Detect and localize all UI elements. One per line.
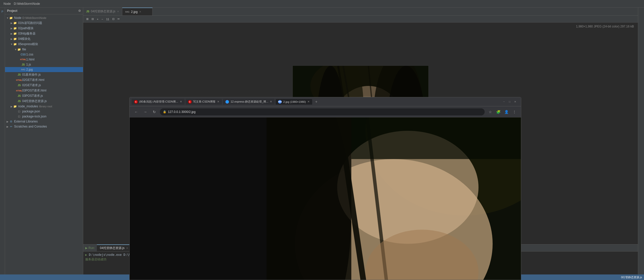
tree-item-02getjs[interactable]: JS 02GET请求.js xyxy=(5,83,83,88)
toolbar-fit-btn[interactable]: ⊡ xyxy=(111,17,115,21)
browser-close-btn[interactable]: ✕ xyxy=(513,100,517,104)
css-icon-1css: CSS xyxy=(21,52,25,56)
sidebar-title: Project xyxy=(7,9,17,13)
label-node-modules: node_modules xyxy=(18,105,38,108)
folder-icon-04modular: 📁 xyxy=(13,37,17,41)
browser-minimize-btn[interactable]: − xyxy=(502,100,506,104)
tab-04static[interactable]: JS 04托管静态资源.js ✕ xyxy=(83,8,122,15)
tree-item-scratches[interactable]: ▶ ✏ Scratches and Consoles xyxy=(5,124,83,129)
run-icon: ▶ xyxy=(85,246,87,250)
tab-label-04static: 04托管静态资源.js xyxy=(91,9,115,14)
browser-new-tab-btn[interactable]: + xyxy=(313,99,319,105)
arrow-external-libs: ▶ xyxy=(6,120,9,123)
arrow-node-root: ▼ xyxy=(6,17,9,19)
project-icon[interactable]: P xyxy=(1,10,5,14)
browser-tab-csdn2[interactable]: C 写文章-CSDN博客 ✕ xyxy=(186,99,222,105)
browser-star-btn[interactable]: ☆ xyxy=(487,108,494,115)
js-tab-icon-04static: JS xyxy=(86,10,89,13)
tree-item-02gethtml[interactable]: HTML 02GET请求.html xyxy=(5,77,83,83)
js-icon-04static: JS xyxy=(17,99,21,103)
arrow-02path: ▶ xyxy=(10,27,13,30)
arrow-01fs: ▶ xyxy=(10,22,13,24)
tab-2jpg[interactable]: IMG 2.jpg ✕ xyxy=(122,8,153,15)
browser-profile-btn[interactable]: 👤 xyxy=(503,108,510,115)
browser-back-btn[interactable]: ← xyxy=(133,108,140,115)
tree-item-package-lock[interactable]: { } package-lock.json xyxy=(5,114,83,119)
label-02gethtml: 02GET请求.html xyxy=(22,78,44,82)
toolbar-collapse-btn[interactable]: ⊟ xyxy=(91,17,95,21)
tree-item-05express[interactable]: ▼ 📁 05express模块 xyxy=(5,42,83,47)
js-icon-1js: JS xyxy=(21,63,25,67)
browser-tab-label-csdn2: 写文章-CSDN博客 xyxy=(193,100,216,104)
browser-tab-close-csdn2[interactable]: ✕ xyxy=(217,100,219,103)
tree-item-1css[interactable]: CSS 1.css xyxy=(5,52,83,57)
browser-menu-btn[interactable]: ⋮ xyxy=(511,108,518,115)
label-03http: 03http服务器 xyxy=(18,32,36,36)
browser-reload-btn[interactable]: ↻ xyxy=(151,108,158,115)
label-1css: 1.css xyxy=(26,53,33,56)
tree-item-01fs[interactable]: ▶ 📁 01fs读写路径问题 xyxy=(5,20,83,26)
browser-tab-label-jpg: 2.jpg (1980×1980) xyxy=(283,100,306,103)
browser-tab-label-csdn1: (80条消息) 内容管理-CSDN博... xyxy=(139,100,178,104)
browser-forward-btn[interactable]: → xyxy=(142,108,149,115)
toolbar-node[interactable]: Node xyxy=(2,2,12,6)
label-1js: 1.js xyxy=(26,63,31,66)
browser-tab-csdn1[interactable]: C (80条消息) 内容管理-CSDN博... ✕ xyxy=(132,99,185,105)
run-tab-close[interactable]: ✕ xyxy=(126,247,128,250)
tree-item-external-libs[interactable]: ▶ ⚙ External Libraries xyxy=(5,119,83,124)
toolbar-zoom-level: 11 xyxy=(105,17,110,21)
label-02getjs: 02GET请求.js xyxy=(22,83,41,87)
status-file: 0行管静态资源.js xyxy=(621,275,642,279)
svg-rect-19 xyxy=(293,66,429,99)
arrow-node-modules: ▶ xyxy=(10,105,13,108)
toolbar-edit-btn[interactable]: ✏ xyxy=(116,17,121,21)
tree-item-03posthtml[interactable]: HTML 03POST请求.html xyxy=(5,88,83,93)
tab-close-04static[interactable]: ✕ xyxy=(117,10,119,13)
js-icon-03postjs: JS xyxy=(17,94,21,98)
label-03posthtml: 03POST请求.html xyxy=(22,88,46,93)
folder-icon-02path: 📁 xyxy=(13,26,17,30)
tree-item-node-modules[interactable]: ▶ 📁 node_modules library root xyxy=(5,104,83,109)
json-icon-package: { } xyxy=(17,109,21,113)
arrow-file-folder: ▼ xyxy=(14,48,17,51)
browser-address-bar[interactable]: 🔒 127.0.0.1:3000/2.jpg xyxy=(160,108,485,115)
tree-item-03http[interactable]: ▶ 📁 03http服务器 xyxy=(5,31,83,36)
arrow-04modular: ▶ xyxy=(10,38,13,40)
status-right: 0行管静态资源.js xyxy=(621,275,642,279)
browser-maximize-btn[interactable]: □ xyxy=(508,100,511,104)
run-label: Run: xyxy=(89,246,95,250)
tree-item-1html[interactable]: HTML 1.html xyxy=(5,57,83,62)
tree-item-04static[interactable]: JS 04托管静态资源.js xyxy=(5,99,83,104)
sidebar-settings-icon[interactable]: ⚙ xyxy=(78,9,81,13)
folder-icon-01fs: 📁 xyxy=(13,21,17,25)
tree-item-03postjs[interactable]: JS 03POST请求.js xyxy=(5,93,83,99)
tab-close-2jpg[interactable]: ✕ xyxy=(139,10,141,13)
toolbar-zoom-in-btn[interactable]: + xyxy=(96,17,99,21)
browser-tab-close-jpg[interactable]: ✕ xyxy=(307,100,310,103)
label-package-lock: package-lock.json xyxy=(22,115,46,118)
tree-item-01basic[interactable]: JS 01基本操作.js xyxy=(5,72,83,77)
lib-icon-external: ⚙ xyxy=(9,119,13,123)
tree-item-04modular[interactable]: ▶ 📁 04模块化 xyxy=(5,36,83,42)
browser-tab-close-express[interactable]: ✕ xyxy=(270,100,272,103)
tree-item-2jpg[interactable]: IMG 2.jpg xyxy=(5,67,83,72)
json-icon-package-lock: { } xyxy=(17,114,21,118)
toolbar-zoom-out-btn[interactable]: − xyxy=(100,17,104,21)
bottom-tab-run[interactable]: 04托管静态资源.js ✕ xyxy=(97,244,131,251)
folder-icon-node-root: 📁 xyxy=(9,16,13,20)
browser-tab-label-express: 12.express-静态资源处理_博... xyxy=(230,100,268,104)
browser-tab-express[interactable]: 🌐 12.express-静态资源处理_博... ✕ xyxy=(223,99,275,105)
tree-item-package-json[interactable]: { } package.json xyxy=(5,109,83,114)
tree-item-node-root[interactable]: ▼ 📁 Node D:\WebStorm\Node xyxy=(5,15,83,20)
browser-face-area: CSDN @重庆李素 xyxy=(267,117,521,280)
toolbar-expand-btn[interactable]: ⊞ xyxy=(85,17,90,21)
browser-tab-close-csdn1[interactable]: ✕ xyxy=(180,100,182,103)
browser-nav-actions: ☆ 🧩 👤 ⋮ xyxy=(487,108,518,115)
tree-item-02path[interactable]: ▶ 📁 02path模块 xyxy=(5,26,83,31)
browser-tab-jpg[interactable]: IMG 2.jpg (1980×1980) ✕ xyxy=(276,99,312,105)
tree-item-1js[interactable]: JS 1.js xyxy=(5,62,83,67)
tree-item-file-folder[interactable]: ▼ 📁 file xyxy=(5,47,83,52)
sidebar-header: Project ⚙ xyxy=(5,8,83,14)
browser-extensions-btn[interactable]: 🧩 xyxy=(495,108,502,115)
label-1html: 1.html xyxy=(26,58,35,61)
